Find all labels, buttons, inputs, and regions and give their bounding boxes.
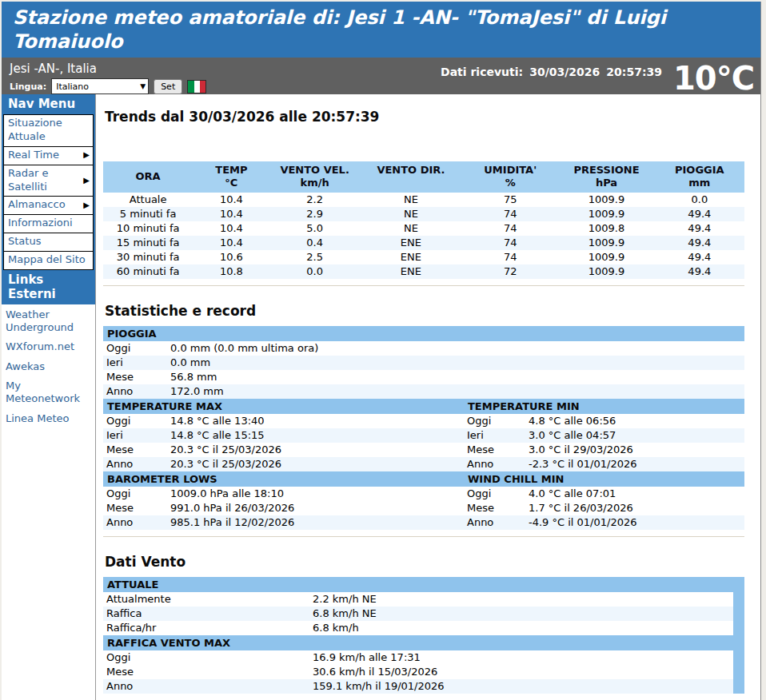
language-label: Lingua:	[10, 82, 46, 92]
external-links-title: Links Esterni	[2, 270, 95, 304]
table-row: Mese30.6 km/h il 15/03/2026	[103, 665, 744, 679]
submenu-arrow-icon: ▶	[83, 201, 90, 209]
nav-menu-panel: Nav Menu Situazione Attuale Real Time ▶ …	[2, 94, 95, 304]
col-ora: ORA	[103, 161, 193, 193]
nav-menu-title: Nav Menu	[2, 94, 95, 114]
chevron-down-icon: ▼	[140, 82, 146, 90]
received-label: Dati ricevuti:	[441, 66, 523, 78]
table-row: Mese20.3 °C il 25/03/2026Mese3.0 °C il 2…	[103, 443, 744, 457]
table-row: 60 minuti fa10.80.0ENE721009.949.4	[103, 264, 744, 279]
col-vento-vel: VENTO VEL.km/h	[270, 161, 360, 193]
table-row: Anno172.0 mm	[103, 384, 744, 399]
table-row: Anno985.1 hPa il 12/02/2026Anno-4.9 °C i…	[103, 515, 744, 530]
link-awekas[interactable]: Awekas	[6, 360, 91, 373]
table-row: 10 minuti fa10.45.0NE741009.849.4	[103, 221, 744, 236]
stats-heading: Statistiche e record	[105, 303, 744, 319]
section-bar-attuale: ATTUALE	[103, 577, 744, 592]
table-row: Mese991.0 hPa il 26/03/2026Mese1.7 °C il…	[103, 501, 744, 515]
table-row: Attualmente2.2 km/h NE	[103, 592, 744, 607]
page: Stazione meteo amatoriale di: Jesi 1 -AN…	[2, 2, 761, 700]
section-bar-raffica-vento-max: RAFFICA VENTO MAX	[103, 635, 744, 650]
col-umidita: UMIDITA'%	[462, 161, 558, 193]
section-bar-temp-max: TEMPERATURE MAX	[103, 399, 464, 414]
table-row: Raffica/hr6.8 km/h	[103, 621, 744, 635]
table-row: Mese56.8 mm	[103, 370, 744, 384]
main-content: Trends dal 30/03/2026 alle 20:57:39 ORA …	[96, 94, 760, 700]
table-row: Oggi1009.0 hPa alle 18:10Oggi4.0 °C alle…	[103, 487, 744, 501]
link-linea-meteo[interactable]: Linea Meteo	[6, 412, 91, 425]
sidebar-item-informazioni[interactable]: Informazioni	[3, 214, 94, 233]
col-pressione: PRESSIONEhPa	[558, 161, 654, 193]
section-bar-temp-min: TEMPERATURE MIN	[464, 399, 744, 414]
table-row: 15 minuti fa10.40.4ENE741009.949.4	[103, 236, 744, 250]
sidebar-item-almanacco[interactable]: Almanacco ▶	[3, 196, 94, 215]
table-row: 5 minuti fa10.42.9NE741009.949.4	[103, 207, 744, 221]
col-vento-dir: VENTO DIR.	[360, 161, 462, 193]
table-row: Ieri0.0 mm	[103, 356, 744, 370]
sidebar-item-real-time[interactable]: Real Time ▶	[3, 146, 94, 165]
current-temperature: 10°C	[673, 63, 754, 93]
col-temp: TEMP°C	[193, 161, 269, 193]
submenu-arrow-icon: ▶	[83, 151, 90, 159]
trends-heading: Trends dal 30/03/2026 alle 20:57:39	[105, 109, 744, 125]
table-row: Attuale10.42.2NE751009.90.0	[103, 193, 744, 207]
table-row: Anno159.1 km/h il 19/01/2026	[103, 679, 744, 694]
submenu-arrow-icon: ▶	[83, 177, 90, 185]
station-location: Jesi -AN-, Italia	[10, 62, 206, 76]
pioggia-table: PIOGGIA Oggi0.0 mm (0.0 mm ultima ora) I…	[103, 326, 744, 399]
received-date: 30/03/2026	[529, 66, 600, 78]
section-bar-pioggia: PIOGGIA	[103, 326, 744, 341]
table-row: Oggi16.9 km/h alle 17:31	[103, 650, 744, 665]
sidebar-item-mappa-del-sito[interactable]: Mappa del Sito	[3, 251, 94, 270]
language-selected-value: Italiano	[56, 82, 89, 92]
set-language-button[interactable]: Set	[154, 79, 182, 94]
received-time: 20:57:39	[606, 66, 662, 78]
section-bar-wind-chill-min: WIND CHILL MIN	[464, 471, 744, 487]
section-bar-barometer-lows: BAROMETER LOWS	[103, 471, 464, 487]
table-row: 30 minuti fa10.62.5ENE741009.949.4	[103, 250, 744, 264]
table-row: Oggi14.8 °C alle 13:40Oggi4.8 °C alle 06…	[103, 414, 744, 428]
language-select[interactable]: Italiano ▼	[51, 78, 149, 94]
sidebar-item-situazione-attuale[interactable]: Situazione Attuale	[3, 114, 94, 147]
table-row: Raffica6.8 km/h NE	[103, 607, 744, 621]
divider	[103, 285, 744, 286]
trends-table: ORA TEMP°C VENTO VEL.km/h VENTO DIR. UMI…	[103, 161, 744, 279]
link-wxforum[interactable]: WXforum.net	[6, 340, 91, 353]
link-my-meteonetwork[interactable]: My Meteonetwork	[6, 380, 91, 404]
external-links: Weather Underground WXforum.net Awekas M…	[2, 304, 95, 424]
sidebar: Nav Menu Situazione Attuale Real Time ▶ …	[2, 94, 96, 700]
sidebar-item-status[interactable]: Status	[3, 233, 94, 252]
masthead: Stazione meteo amatoriale di: Jesi 1 -AN…	[2, 2, 760, 58]
link-weather-underground[interactable]: Weather Underground	[6, 308, 91, 333]
table-row: Ieri14.8 °C alle 15:15Ieri3.0 °C alle 04…	[103, 428, 744, 443]
italy-flag-icon	[187, 80, 206, 93]
data-received: Dati ricevuti:30/03/202620:57:39	[441, 66, 662, 78]
temperature-table: TEMPERATURE MAX TEMPERATURE MIN Oggi14.8…	[103, 399, 744, 471]
table-row: Anno20.3 °C il 25/03/2026Anno-2.3 °C il …	[103, 457, 744, 471]
wind-table: ATTUALE Attualmente2.2 km/h NE Raffica6.…	[103, 577, 744, 694]
divider	[103, 536, 744, 537]
site-title: Stazione meteo amatoriale di: Jesi 1 -AN…	[13, 6, 744, 54]
col-pioggia: PIOGGIAmm	[655, 161, 744, 193]
topbar: Jesi -AN-, Italia Lingua: Italiano ▼ Set…	[2, 58, 760, 94]
barometer-table: BAROMETER LOWS WIND CHILL MIN Oggi1009.0…	[103, 471, 744, 530]
sidebar-item-radar-e-satelliti[interactable]: Radar e Satelliti ▶	[3, 165, 94, 197]
table-row: Oggi0.0 mm (0.0 mm ultima ora)	[103, 341, 744, 356]
wind-heading: Dati Vento	[105, 554, 744, 570]
